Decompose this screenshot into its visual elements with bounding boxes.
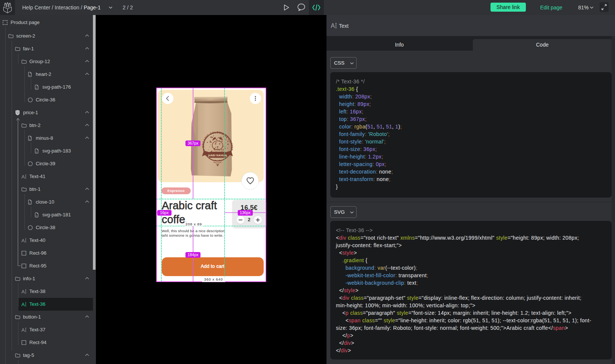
svg-text:A: A [331, 22, 335, 29]
